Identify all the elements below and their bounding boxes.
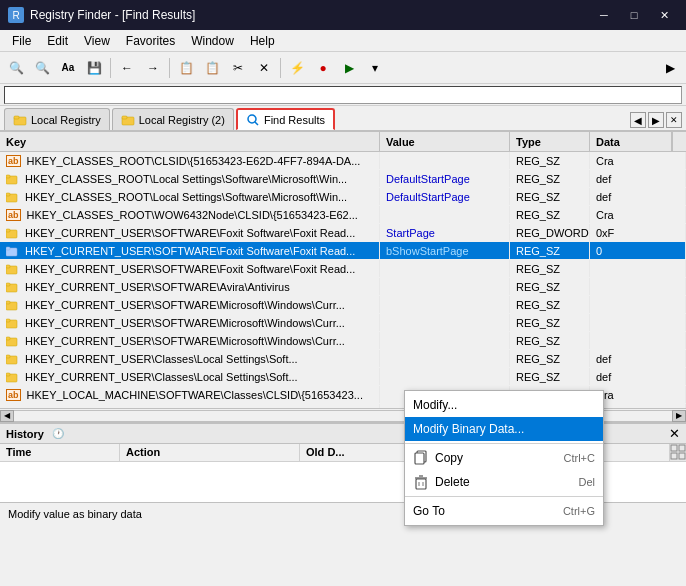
tab-local-registry-2[interactable]: Local Registry (2) bbox=[112, 108, 234, 130]
toolbar-copy2[interactable]: 📋 bbox=[200, 56, 224, 80]
table-row[interactable]: HKEY_CLASSES_ROOT\Local Settings\Softwar… bbox=[0, 188, 686, 206]
menu-view[interactable]: View bbox=[76, 30, 118, 51]
ctx-modify-binary[interactable]: Modify Binary Data... bbox=[405, 417, 603, 441]
hscroll-right[interactable]: ▶ bbox=[672, 410, 686, 422]
cell-key: HKEY_CURRENT_USER\SOFTWARE\Microsoft\Win… bbox=[0, 332, 380, 349]
toolbar-delete[interactable]: ✕ bbox=[252, 56, 276, 80]
minimize-button[interactable]: ─ bbox=[590, 5, 618, 25]
table-row-selected[interactable]: HKEY_CURRENT_USER\SOFTWARE\Foxit Softwar… bbox=[0, 242, 686, 260]
cell-data bbox=[590, 314, 686, 331]
ctx-delete[interactable]: Delete Del bbox=[405, 470, 603, 494]
cell-type: REG_SZ bbox=[510, 170, 590, 187]
scroll-header-spacer bbox=[672, 132, 686, 151]
toolbar-search[interactable]: 🔍 bbox=[30, 56, 54, 80]
cell-data: 0 bbox=[590, 242, 686, 259]
ctx-goto-shortcut: Ctrl+G bbox=[563, 505, 595, 517]
svg-rect-11 bbox=[6, 229, 10, 232]
svg-rect-41 bbox=[679, 453, 685, 459]
ctx-goto-label: Go To bbox=[413, 504, 445, 518]
table-row[interactable]: HKEY_CLASSES_ROOT\Local Settings\Softwar… bbox=[0, 170, 686, 188]
menu-window[interactable]: Window bbox=[183, 30, 242, 51]
menu-edit[interactable]: Edit bbox=[39, 30, 76, 51]
tab-close-btn[interactable]: ✕ bbox=[666, 112, 682, 128]
toolbar-forward[interactable]: → bbox=[141, 56, 165, 80]
ctx-copy[interactable]: Copy Ctrl+C bbox=[405, 446, 603, 470]
col-header-value[interactable]: Value bbox=[380, 132, 510, 151]
table-row[interactable]: HKEY_CURRENT_USER\SOFTWARE\Microsoft\Win… bbox=[0, 332, 686, 350]
svg-rect-3 bbox=[122, 116, 127, 119]
tab-nav: ◀ ▶ ✕ bbox=[630, 112, 682, 130]
cell-type: REG_SZ bbox=[510, 152, 590, 169]
table-row[interactable]: HKEY_CURRENT_USER\SOFTWARE\Avira\Antivir… bbox=[0, 278, 686, 296]
toolbar-back[interactable]: ← bbox=[115, 56, 139, 80]
ctx-delete-label: Delete bbox=[435, 475, 470, 489]
toolbar-right-scroll[interactable]: ▶ bbox=[658, 56, 682, 80]
toolbar-save[interactable]: 💾 bbox=[82, 56, 106, 80]
history-close-btn[interactable]: ✕ bbox=[669, 426, 680, 441]
col-header-type[interactable]: Type bbox=[510, 132, 590, 151]
svg-point-4 bbox=[248, 115, 256, 123]
table-row[interactable]: HKEY_CURRENT_USER\Classes\Local Settings… bbox=[0, 350, 686, 368]
close-button[interactable]: ✕ bbox=[650, 5, 678, 25]
cell-type: REG_SZ bbox=[510, 314, 590, 331]
cell-key: HKEY_CURRENT_USER\Classes\Local Settings… bbox=[0, 350, 380, 367]
svg-line-5 bbox=[255, 122, 258, 125]
address-input[interactable] bbox=[4, 86, 682, 104]
cell-data: def bbox=[590, 368, 686, 385]
table-row[interactable]: HKEY_CURRENT_USER\Classes\Local Settings… bbox=[0, 368, 686, 386]
table-row[interactable]: HKEY_CURRENT_USER\SOFTWARE\Microsoft\Win… bbox=[0, 314, 686, 332]
toolbar-play[interactable]: ▶ bbox=[337, 56, 361, 80]
cell-key: HKEY_CURRENT_USER\SOFTWARE\Avira\Antivir… bbox=[0, 278, 380, 295]
hscroll-left[interactable]: ◀ bbox=[0, 410, 14, 422]
toolbar-copy1[interactable]: 📋 bbox=[174, 56, 198, 80]
cell-data: Cra bbox=[590, 206, 686, 223]
ctx-modify[interactable]: Modify... bbox=[405, 393, 603, 417]
cell-type: REG_SZ bbox=[510, 368, 590, 385]
maximize-button[interactable]: □ bbox=[620, 5, 648, 25]
tab-local-registry-1[interactable]: Local Registry bbox=[4, 108, 110, 130]
svg-rect-40 bbox=[671, 453, 677, 459]
folder-row-icon bbox=[6, 173, 18, 185]
tab-label-local-1: Local Registry bbox=[31, 114, 101, 126]
cell-key: HKEY_CURRENT_USER\SOFTWARE\Microsoft\Win… bbox=[0, 314, 380, 331]
toolbar-stop[interactable]: ● bbox=[311, 56, 335, 80]
table-row[interactable]: HKEY_CURRENT_USER\SOFTWARE\Foxit Softwar… bbox=[0, 224, 686, 242]
folder-row-icon bbox=[6, 371, 18, 383]
cell-value bbox=[380, 314, 510, 331]
menu-help[interactable]: Help bbox=[242, 30, 283, 51]
toolbar-case[interactable]: Aa bbox=[56, 56, 80, 80]
svg-rect-27 bbox=[6, 373, 10, 376]
table-row[interactable]: HKEY_CURRENT_USER\SOFTWARE\Foxit Softwar… bbox=[0, 260, 686, 278]
col-header-key[interactable]: Key bbox=[0, 132, 380, 151]
ctx-modify-label: Modify... bbox=[413, 398, 457, 412]
toolbar-new[interactable]: 🔍 bbox=[4, 56, 28, 80]
table-row[interactable]: ab HKEY_CLASSES_ROOT\CLSID\{51653423-E62… bbox=[0, 152, 686, 170]
cell-key: HKEY_CLASSES_ROOT\Local Settings\Softwar… bbox=[0, 188, 380, 205]
table-row[interactable]: ab HKEY_CLASSES_ROOT\WOW6432Node\CLSID\{… bbox=[0, 206, 686, 224]
col-header-data[interactable]: Data bbox=[590, 132, 672, 151]
toolbar-dropdown[interactable]: ▾ bbox=[363, 56, 387, 80]
tab-prev-btn[interactable]: ◀ bbox=[630, 112, 646, 128]
toolbar-cut[interactable]: ✂ bbox=[226, 56, 250, 80]
cell-value bbox=[380, 368, 510, 385]
svg-rect-9 bbox=[6, 193, 10, 196]
ctx-goto[interactable]: Go To Ctrl+G bbox=[405, 499, 603, 523]
cell-key: HKEY_CURRENT_USER\SOFTWARE\Foxit Softwar… bbox=[0, 224, 380, 241]
table-body[interactable]: ab HKEY_CLASSES_ROOT\CLSID\{51653423-E62… bbox=[0, 152, 686, 408]
cell-type: REG_SZ bbox=[510, 350, 590, 367]
toolbar-flash[interactable]: ⚡ bbox=[285, 56, 309, 80]
folder-row-icon bbox=[6, 227, 18, 239]
ctx-copy-label: Copy bbox=[435, 451, 463, 465]
svg-rect-13 bbox=[6, 247, 10, 250]
menu-file[interactable]: File bbox=[4, 30, 39, 51]
cell-data: def bbox=[590, 188, 686, 205]
menu-favorites[interactable]: Favorites bbox=[118, 30, 183, 51]
ab-icon: ab bbox=[6, 209, 21, 221]
tab-next-btn[interactable]: ▶ bbox=[648, 112, 664, 128]
svg-rect-23 bbox=[6, 337, 10, 340]
folder-icon-2 bbox=[121, 113, 135, 127]
cell-data: Cra bbox=[590, 386, 686, 403]
cell-data bbox=[590, 296, 686, 313]
tab-find-results[interactable]: Find Results bbox=[236, 108, 335, 130]
table-row[interactable]: HKEY_CURRENT_USER\SOFTWARE\Microsoft\Win… bbox=[0, 296, 686, 314]
